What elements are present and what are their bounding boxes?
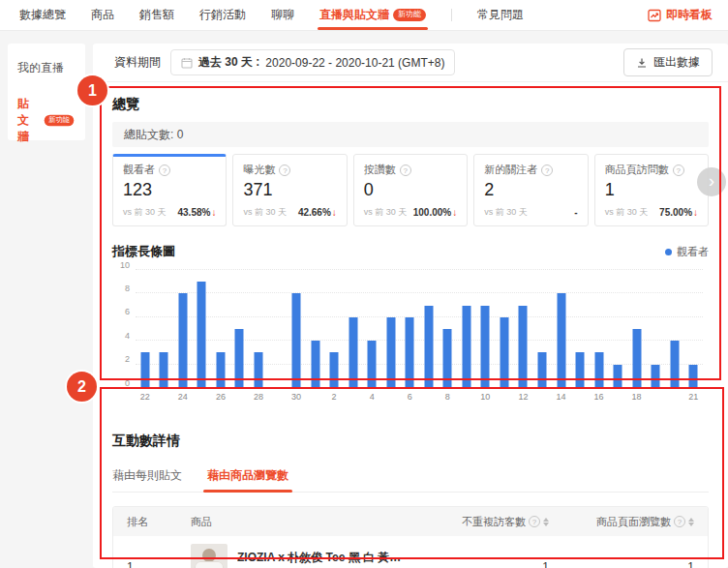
header-label: 商品頁面瀏覽數 (596, 515, 671, 529)
metric-change: 42.66% (298, 207, 331, 218)
gridline (136, 340, 703, 341)
chart-bar[interactable] (292, 293, 301, 388)
chart-bar[interactable] (178, 293, 187, 388)
top-nav: 數據總覽 商品 銷售額 行銷活動 聊聊 直播與貼文牆 新功能 常見問題 即時看板 (0, 0, 728, 31)
chart-bar[interactable] (349, 317, 357, 388)
metric-vs-label: vs 前 30 天 (364, 206, 408, 219)
help-icon[interactable] (159, 164, 170, 176)
chart-bar[interactable] (311, 341, 319, 388)
table-row[interactable]: 1 ZIOZIA x 朴敘俊 Tee 黑 白 黃 卡其 藍 短TEE 小魚 ..… (113, 536, 708, 568)
chart-bar[interactable] (197, 282, 206, 388)
nav-item-products[interactable]: 商品 (91, 0, 114, 30)
export-data-button[interactable]: 匯出數據 (623, 48, 713, 76)
gridline (136, 269, 703, 270)
chart-bar[interactable] (368, 341, 377, 388)
chart-bar[interactable] (406, 317, 414, 388)
y-axis-tick: 4 (110, 331, 130, 341)
chart-bar[interactable] (557, 293, 565, 388)
chart-bar[interactable] (500, 317, 508, 388)
sidebar-item-posts[interactable]: 貼文牆 新功能 (8, 91, 85, 150)
y-axis-tick: 2 (110, 354, 130, 364)
nav-item-chat[interactable]: 聊聊 (271, 0, 294, 30)
x-axis-tick: 12 (518, 392, 528, 402)
metric-card-likes[interactable]: 按讚數 0 vs 前 30 天100.00% (353, 154, 468, 226)
chart-bar[interactable] (254, 352, 262, 388)
chart-bar[interactable] (424, 306, 433, 388)
metric-vs-label: vs 前 30 天 (123, 206, 167, 219)
nav-label: 商品 (91, 7, 114, 23)
metric-card-viewers[interactable]: 觀看者 123 vs 前 30 天43.58% (112, 154, 227, 226)
help-icon[interactable] (400, 164, 411, 176)
metric-value: 1 (605, 180, 698, 200)
date-range-value: 2020-09-22 - 2020-10-21 (GMT+8) (265, 56, 444, 70)
main-panel: 資料期間 過去 30 天 : 2020-09-22 - 2020-10-21 (… (93, 44, 728, 568)
help-icon[interactable] (673, 164, 684, 176)
page: 數據總覽 商品 銷售額 行銷活動 聊聊 直播與貼文牆 新功能 常見問題 即時看板… (0, 0, 728, 568)
x-axis-tick: 16 (594, 392, 604, 402)
chart-bar[interactable] (462, 306, 470, 388)
metric-card-product-page-visits[interactable]: 商品頁訪問數 1 vs 前 30 天75.00% (594, 154, 709, 226)
x-axis-tick: 28 (254, 392, 263, 402)
gridline (136, 316, 703, 317)
metric-change: - (574, 207, 577, 218)
help-icon[interactable] (279, 164, 290, 176)
chart-bar[interactable] (386, 317, 395, 388)
chart-bar[interactable] (652, 365, 660, 388)
chart-bar[interactable] (160, 352, 168, 388)
metric-value: 2 (484, 180, 577, 200)
metric-title: 按讚數 (364, 163, 396, 177)
bar-chart-plot: 024681022242628302468101214161821 (136, 270, 703, 388)
nav-item-data-overview[interactable]: 數據總覽 (19, 0, 66, 30)
sidebar-item-my-livestreams[interactable]: 我的直播 (8, 55, 85, 81)
chart-bar[interactable] (481, 306, 490, 388)
chart-bar[interactable] (235, 329, 244, 388)
nav-label: 銷售額 (139, 7, 174, 23)
metric-title: 曝光數 (243, 163, 275, 177)
product-title: ZIOZIA x 朴敘俊 Tee 黑 白 黃 卡其 藍 短TEE 小魚 ... (237, 550, 404, 566)
help-icon[interactable] (674, 516, 685, 527)
chart-bar[interactable] (594, 352, 603, 388)
nav-item-sales[interactable]: 銷售額 (139, 0, 174, 30)
chart-bar[interactable] (689, 365, 698, 388)
chevron-right-icon[interactable]: › (697, 167, 726, 196)
nav-item-faq[interactable]: 常見問題 (477, 0, 524, 30)
nav-item-marketing[interactable]: 行銷活動 (199, 0, 246, 30)
sort-icon[interactable] (688, 518, 694, 526)
chart-bar[interactable] (519, 306, 528, 388)
chart-bar[interactable] (140, 352, 149, 388)
metric-card-impressions[interactable]: 曝光數 371 vs 前 30 天42.66% (232, 154, 347, 226)
table-header: 排名 商品 不重複訪客數 商品頁面瀏覽數 (113, 507, 708, 536)
x-axis-tick: 14 (556, 392, 565, 402)
y-axis-tick: 10 (110, 260, 130, 270)
download-icon (636, 57, 648, 69)
chart-bar[interactable] (614, 365, 622, 388)
metric-vs-label: vs 前 30 天 (243, 206, 287, 219)
help-icon[interactable] (529, 516, 540, 527)
chart-bar[interactable] (670, 341, 679, 388)
legend-label: 觀看者 (677, 245, 709, 259)
y-axis-tick: 6 (110, 307, 130, 316)
details-table: 排名 商品 不重複訪客數 商品頁面瀏覽數 1 (112, 506, 709, 568)
details-title: 互動數詳情 (112, 433, 709, 450)
nav-label: 常見問題 (477, 7, 524, 23)
metric-cards-row: 觀看者 123 vs 前 30 天43.58% 曝光數 371 vs 前 30 … (112, 154, 709, 226)
help-icon[interactable] (541, 164, 553, 176)
nav-label: 聊聊 (271, 7, 294, 23)
tab-by-product-views[interactable]: 藉由商品瀏覽數 (207, 462, 288, 492)
chart-bar[interactable] (216, 352, 225, 388)
live-dashboard-link[interactable]: 即時看板 (648, 0, 713, 30)
date-range-picker[interactable]: 過去 30 天 : 2020-09-22 - 2020-10-21 (GMT+8… (170, 49, 455, 75)
arrow-down-icon (452, 207, 457, 218)
arrow-down-icon (693, 207, 698, 218)
nav-item-live-posts[interactable]: 直播與貼文牆 新功能 (319, 0, 426, 30)
period-label: 資料期間 (114, 54, 161, 71)
chart-bar[interactable] (537, 352, 546, 388)
chart-icon (648, 9, 661, 22)
tab-by-post[interactable]: 藉由每則貼文 (112, 462, 182, 492)
live-dashboard-label: 即時看板 (666, 7, 713, 23)
metric-card-new-followers[interactable]: 新的關注者 2 vs 前 30 天- (473, 154, 588, 226)
chart-bar[interactable] (576, 352, 585, 388)
chart-bar[interactable] (632, 329, 641, 388)
chart-bar[interactable] (443, 329, 452, 388)
chart-bar[interactable] (330, 352, 339, 388)
